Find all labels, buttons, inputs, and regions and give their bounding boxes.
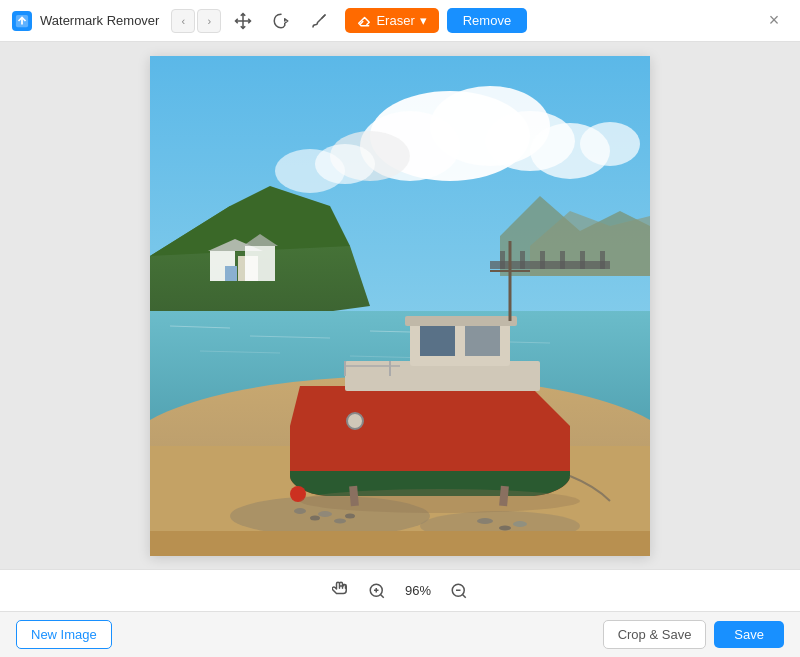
svg-point-10 <box>580 122 640 166</box>
svg-line-64 <box>380 594 383 597</box>
action-bar: New Image Crop & Save Save <box>0 611 800 657</box>
svg-rect-49 <box>420 326 455 356</box>
zoom-level-text: 96% <box>400 583 436 598</box>
app-title: Watermark Remover <box>40 13 159 28</box>
svg-rect-62 <box>150 531 650 556</box>
svg-rect-20 <box>225 266 237 281</box>
svg-point-40 <box>310 515 320 520</box>
svg-rect-23 <box>520 251 525 269</box>
nav-controls: ‹ › <box>171 9 221 33</box>
image-container <box>150 56 650 556</box>
svg-point-46 <box>513 521 527 527</box>
zoom-in-button[interactable] <box>364 578 390 604</box>
svg-point-59 <box>300 489 580 513</box>
svg-point-42 <box>334 518 346 523</box>
close-button[interactable]: × <box>760 7 788 35</box>
svg-rect-25 <box>560 251 565 269</box>
svg-rect-50 <box>465 326 500 356</box>
brush-tool-icon[interactable] <box>305 7 333 35</box>
new-image-button[interactable]: New Image <box>16 620 112 649</box>
svg-rect-51 <box>405 316 517 326</box>
svg-point-45 <box>499 525 511 530</box>
remove-button[interactable]: Remove <box>447 8 527 33</box>
title-bar: Watermark Remover ‹ › E <box>0 0 800 42</box>
svg-point-44 <box>477 518 493 524</box>
hand-pan-icon[interactable] <box>328 576 354 606</box>
forward-button[interactable]: › <box>197 9 221 33</box>
svg-rect-26 <box>580 251 585 269</box>
save-button[interactable]: Save <box>714 621 784 648</box>
right-actions: Crop & Save Save <box>603 620 784 649</box>
back-button[interactable]: ‹ <box>171 9 195 33</box>
svg-rect-24 <box>540 251 545 269</box>
svg-point-8 <box>315 144 375 184</box>
svg-rect-27 <box>600 251 605 269</box>
svg-point-39 <box>294 508 306 514</box>
zoom-bar: 96% <box>0 569 800 611</box>
svg-rect-22 <box>500 251 505 269</box>
svg-point-43 <box>345 513 355 518</box>
move-tool-icon[interactable] <box>229 7 257 35</box>
app-icon <box>12 11 32 31</box>
svg-rect-21 <box>490 261 610 269</box>
svg-line-68 <box>462 594 465 597</box>
svg-point-57 <box>347 413 363 429</box>
svg-point-41 <box>318 511 332 517</box>
eraser-icon <box>357 14 371 28</box>
eraser-button[interactable]: Eraser ▾ <box>345 8 438 33</box>
toolbar-icons <box>229 7 333 35</box>
crop-save-button[interactable]: Crop & Save <box>603 620 707 649</box>
svg-rect-18 <box>245 246 275 281</box>
main-canvas-area <box>0 42 800 569</box>
lasso-tool-icon[interactable] <box>267 7 295 35</box>
zoom-out-button[interactable] <box>446 578 472 604</box>
main-image <box>150 56 650 556</box>
